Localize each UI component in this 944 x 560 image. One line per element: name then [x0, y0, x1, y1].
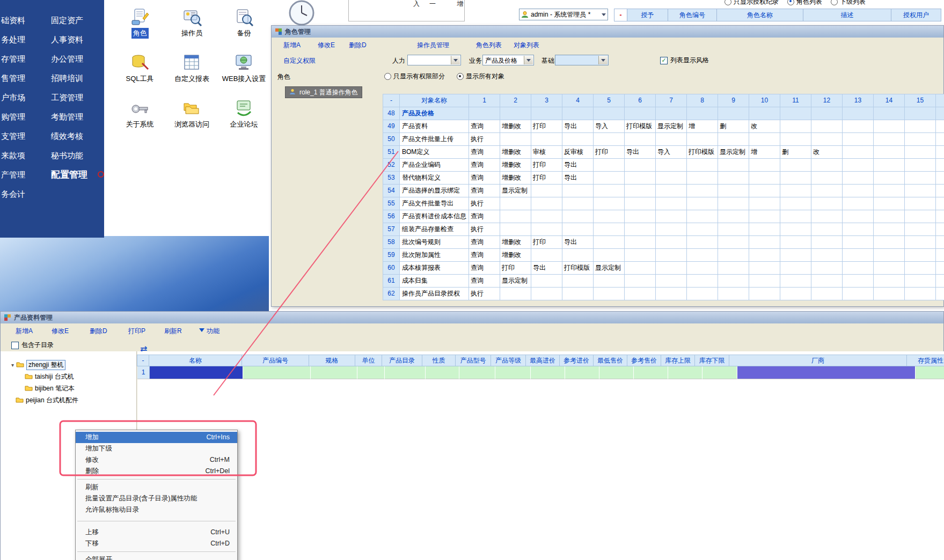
object-name-cell[interactable]: 操作员产品目录授权 — [400, 288, 469, 300]
permission-cell[interactable]: 导出 — [531, 262, 562, 275]
permission-cell[interactable] — [687, 133, 718, 146]
hr-combo[interactable] — [407, 55, 461, 65]
permission-cell[interactable] — [905, 210, 936, 223]
permission-cell[interactable]: 删 — [718, 120, 749, 133]
permission-cell[interactable] — [843, 262, 874, 275]
sidebar-item[interactable]: 务处理 — [1, 30, 25, 49]
permission-cell[interactable] — [594, 185, 625, 197]
permission-cell[interactable] — [656, 275, 687, 288]
permission-cell[interactable] — [718, 133, 749, 146]
permission-cell[interactable] — [687, 197, 718, 210]
permission-cell[interactable]: 增 — [687, 120, 718, 133]
permission-cell[interactable] — [531, 210, 562, 223]
sidebar-item[interactable]: 固定资产 — [51, 11, 87, 30]
permission-cell[interactable] — [780, 133, 811, 146]
permission-cell[interactable] — [531, 107, 562, 120]
permission-cell[interactable] — [780, 197, 811, 210]
sidebar-item[interactable]: 配置管理 — [51, 165, 87, 185]
permission-cell[interactable] — [811, 185, 843, 197]
permission-cell[interactable] — [843, 146, 874, 159]
permission-cell[interactable]: 执行 — [469, 288, 500, 300]
permission-cell[interactable] — [874, 288, 905, 300]
permission-cell[interactable] — [780, 262, 811, 275]
permission-cell[interactable] — [594, 107, 625, 120]
permission-cell[interactable]: 查询 — [469, 159, 500, 172]
permission-cell[interactable] — [594, 133, 625, 146]
permission-cell[interactable] — [687, 262, 718, 275]
permission-cell[interactable] — [780, 288, 811, 300]
permission-cell[interactable] — [811, 249, 843, 262]
permission-cell[interactable] — [749, 262, 780, 275]
role-toolbar-link[interactable]: 角色列表 — [476, 41, 502, 50]
permission-cell[interactable] — [594, 275, 625, 288]
menu-item[interactable]: 刷新 — [76, 482, 237, 493]
object-name-cell[interactable]: 产品企业编码 — [400, 159, 469, 172]
permission-cell[interactable] — [749, 107, 780, 120]
product-cell[interactable] — [357, 366, 385, 379]
permission-cell[interactable] — [843, 197, 874, 210]
menu-item[interactable]: 删除Ctrl+Del — [76, 466, 237, 477]
product-cell[interactable] — [634, 366, 668, 379]
custom-permission-link[interactable]: 自定义权限 — [283, 56, 316, 65]
permission-cell[interactable] — [749, 185, 780, 197]
permission-cell[interactable] — [562, 210, 594, 223]
checkbox-unchecked-icon[interactable] — [11, 342, 19, 349]
product-cell[interactable] — [668, 366, 702, 379]
role-toolbar-link[interactable]: 对象列表 — [514, 41, 539, 50]
permission-cell[interactable] — [874, 107, 905, 120]
permission-cell[interactable] — [843, 236, 874, 249]
permission-cell[interactable] — [780, 107, 811, 120]
admin-user-combo[interactable]: admin - 系统管理员 * — [519, 9, 608, 20]
permission-cell[interactable] — [905, 262, 936, 275]
permission-cell[interactable] — [625, 172, 656, 185]
permission-cell[interactable]: 增删改 — [500, 159, 531, 172]
permission-cell[interactable]: 改 — [749, 120, 780, 133]
permission-cell[interactable] — [905, 146, 936, 159]
permission-cell[interactable] — [562, 185, 594, 197]
permission-cell[interactable] — [656, 172, 687, 185]
permission-cell[interactable]: 打印模版 — [625, 120, 656, 133]
permission-cell[interactable] — [780, 249, 811, 262]
launcher-item[interactable]: 企业论坛 — [218, 97, 270, 142]
role-toolbar-link[interactable]: 新增A — [283, 41, 301, 50]
permission-cell[interactable]: 删 — [780, 146, 811, 159]
permission-cell[interactable] — [562, 275, 594, 288]
permission-cell[interactable]: 显示定制 — [500, 185, 531, 197]
permission-cell[interactable] — [625, 236, 656, 249]
tree-node[interactable]: taishiji 台式机 — [25, 372, 74, 381]
sidebar-item[interactable]: 绩效考核 — [51, 127, 87, 146]
permission-cell[interactable] — [749, 275, 780, 288]
permission-cell[interactable]: 打印 — [531, 172, 562, 185]
menu-item[interactable]: 批量设置产品目录(含子目录)属性功能 — [76, 493, 237, 504]
permission-cell[interactable] — [594, 249, 625, 262]
role-list-item-selected[interactable]: role_1 普通操作角色 — [285, 86, 362, 98]
permission-cell[interactable] — [811, 223, 843, 236]
sidebar-item[interactable]: 产管理 — [1, 165, 25, 185]
permission-cell[interactable]: 导出 — [625, 146, 656, 159]
permission-cell[interactable]: 增 — [749, 146, 780, 159]
permission-cell[interactable] — [625, 159, 656, 172]
launcher-item[interactable]: 浏览器访问 — [166, 97, 218, 142]
permission-cell[interactable] — [905, 159, 936, 172]
permission-cell[interactable] — [500, 197, 531, 210]
permission-cell[interactable] — [625, 249, 656, 262]
permission-cell[interactable] — [625, 210, 656, 223]
role-toolbar-link[interactable]: 修改E — [318, 41, 335, 50]
permission-cell[interactable] — [562, 223, 594, 236]
product-cell[interactable] — [385, 366, 426, 379]
permission-cell[interactable] — [594, 210, 625, 223]
product-cell[interactable] — [426, 366, 459, 379]
permission-cell[interactable] — [562, 288, 594, 300]
biz-combo[interactable]: 产品及价格 — [482, 55, 534, 65]
launcher-item[interactable]: 备份 — [218, 5, 270, 51]
permission-cell[interactable] — [905, 249, 936, 262]
permission-cell[interactable] — [905, 223, 936, 236]
permission-cell[interactable] — [656, 223, 687, 236]
permission-cell[interactable]: 导出 — [562, 120, 594, 133]
permission-cell[interactable]: 查询 — [469, 249, 500, 262]
permission-cell[interactable] — [656, 210, 687, 223]
permission-cell[interactable] — [843, 210, 874, 223]
launcher-item[interactable]: 自定义报表 — [166, 51, 218, 97]
sidebar-item[interactable]: 办公管理 — [51, 49, 87, 69]
chevron-down-icon[interactable] — [598, 56, 608, 64]
